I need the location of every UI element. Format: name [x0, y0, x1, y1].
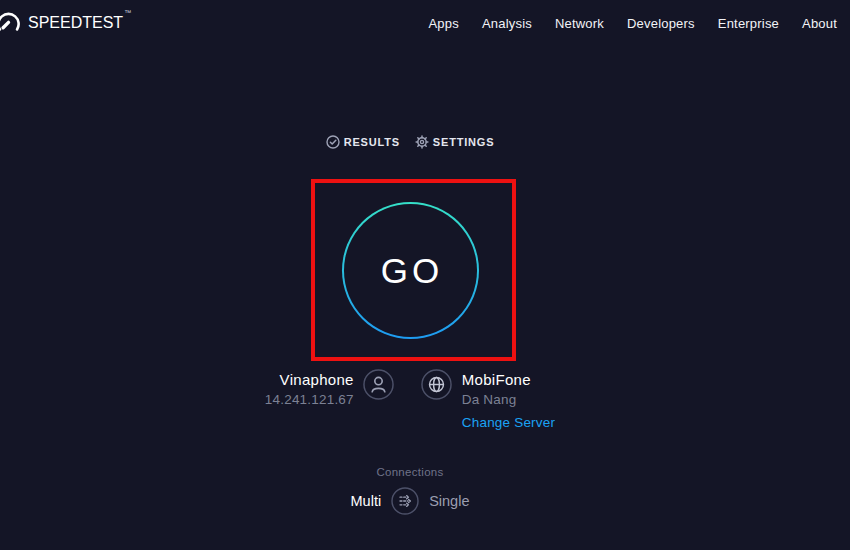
tab-settings[interactable]: SETTINGS — [415, 135, 494, 149]
check-circle-icon — [326, 135, 340, 149]
go-button-label: GO — [377, 251, 443, 291]
connections-title: Connections — [0, 466, 820, 478]
globe-icon — [421, 369, 452, 400]
nav-item-developers[interactable]: Developers — [627, 16, 695, 31]
connection-info-row: Vinaphone 14.241.121.67 — [0, 369, 820, 430]
tab-results-label: RESULTS — [344, 136, 400, 148]
connections-single-option[interactable]: Single — [429, 493, 469, 509]
ip-address: 14.241.121.67 — [265, 392, 354, 407]
logo-text: SPEEDTEST™ — [28, 14, 130, 32]
tabs-bar: RESULTS SETTINGS — [0, 135, 820, 149]
multi-connection-icon[interactable] — [391, 487, 419, 515]
nav-item-about[interactable]: About — [802, 16, 837, 31]
nav-item-analysis[interactable]: Analysis — [482, 16, 532, 31]
isp-name: Vinaphone — [280, 371, 354, 388]
server-info-block: MobiFone Da Nang Change Server — [421, 369, 555, 430]
user-icon — [363, 369, 394, 400]
nav-item-enterprise[interactable]: Enterprise — [718, 16, 779, 31]
change-server-link[interactable]: Change Server — [462, 415, 555, 430]
server-name: MobiFone — [462, 371, 531, 388]
isp-info-block: Vinaphone 14.241.121.67 — [265, 369, 394, 407]
go-button-area: GO — [0, 202, 820, 339]
gear-icon — [415, 135, 429, 149]
logo-trademark: ™ — [124, 9, 131, 16]
nav-item-network[interactable]: Network — [555, 16, 604, 31]
tab-results[interactable]: RESULTS — [326, 135, 400, 149]
speedtest-page: SPEEDTEST™ Apps Analysis Network Develop… — [0, 0, 850, 550]
server-location: Da Nang — [462, 392, 517, 407]
header: SPEEDTEST™ Apps Analysis Network Develop… — [0, 0, 850, 46]
main-nav: Apps Analysis Network Developers Enterpr… — [428, 16, 837, 31]
go-button[interactable]: GO — [342, 202, 479, 339]
nav-item-apps[interactable]: Apps — [428, 16, 458, 31]
connections-multi-option[interactable]: Multi — [351, 493, 382, 509]
connections-section: Connections Multi Single — [0, 466, 820, 515]
speedtest-logo[interactable]: SPEEDTEST™ — [0, 10, 130, 37]
speedtest-gauge-icon — [0, 10, 22, 37]
tab-settings-label: SETTINGS — [433, 136, 494, 148]
